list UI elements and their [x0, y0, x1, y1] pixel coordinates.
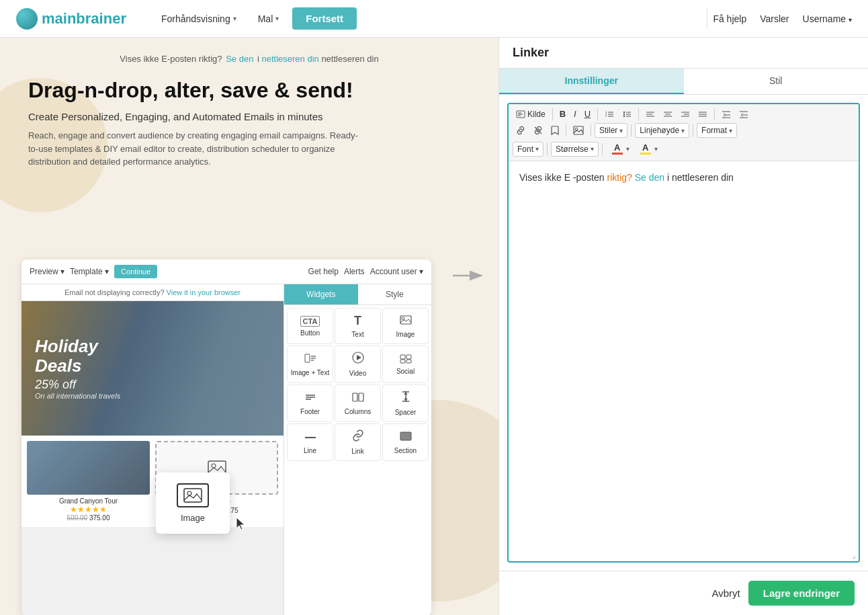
editor-content-area[interactable]: Vises ikke E -posten riktig? Se den i ne… [509, 161, 859, 549]
editor-preview-text: Vises ikke E -posten riktig? Se den i ne… [519, 172, 848, 183]
toolbar-ol-button[interactable]: 123 [601, 108, 617, 120]
mini-product-1-image [27, 441, 150, 495]
continue-button[interactable]: Fortsett [292, 7, 357, 30]
toolbar-ul-button[interactable] [619, 108, 635, 120]
arrow-indicator [451, 265, 485, 285]
widget-text[interactable]: T Text [335, 308, 381, 344]
svg-point-41 [623, 113, 625, 114]
mini-banner-link[interactable]: View it in your browser [167, 288, 241, 296]
editor-toolbar: Kilde B I U 123 [509, 104, 859, 161]
holiday-title: HolidayDeals [35, 337, 98, 375]
text-icon: T [354, 314, 361, 328]
mini-user: Account user ▾ [370, 267, 423, 276]
toolbar-unlink-button[interactable] [530, 124, 546, 137]
mini-screenshot: Preview ▾ Template ▾ Continue Get help A… [21, 259, 431, 615]
indent-icon [722, 110, 731, 118]
toolbar-align-left[interactable] [642, 108, 658, 120]
help-link[interactable]: Få hjelp [713, 13, 746, 24]
linjehøyde-dropdown[interactable]: Linjehøyde ▾ [635, 123, 689, 138]
editor-preview-link[interactable]: Se den [635, 172, 664, 183]
svg-point-40 [623, 111, 625, 112]
toolbar-row-2: Stiler ▾ Linjehøyde ▾ Format ▾ [513, 123, 855, 138]
toolbar-link-button[interactable] [513, 124, 529, 137]
banner-link1[interactable]: Se den [226, 54, 253, 64]
image-widget-popup[interactable]: Image [156, 473, 230, 534]
banner-link2[interactable]: nettleseren din [261, 54, 318, 64]
editor-resize-handle[interactable]: ⌟ [509, 549, 859, 561]
toolbar-indent-button[interactable] [718, 108, 734, 120]
widget-link[interactable]: Link [335, 423, 381, 461]
toolbar-separator [552, 108, 553, 120]
main-nav: Forhåndsvisning ▾ Mal ▾ Fortsett [153, 7, 701, 30]
mini-header: Preview ▾ Template ▾ Continue Get help A… [21, 259, 431, 284]
widget-image-text[interactable]: Image + Text [287, 345, 333, 383]
logo-icon [16, 8, 38, 30]
mini-alerts: Alerts [344, 267, 365, 276]
toolbar-outdent-button[interactable] [736, 108, 752, 120]
toolbar-highlight-color-button[interactable]: A ▾ [634, 140, 661, 158]
source-icon [516, 110, 525, 118]
widget-line[interactable]: Line [287, 423, 333, 461]
chevron-down-icon: ▾ [626, 145, 630, 153]
svg-point-7 [402, 317, 404, 320]
widget-footer[interactable]: Footer [287, 384, 333, 422]
widget-section[interactable]: Section [382, 423, 429, 461]
widget-spacer[interactable]: Spacer [382, 384, 429, 422]
mini-help: Get help [308, 267, 339, 276]
mini-continue-button[interactable]: Continue [114, 265, 157, 278]
line-icon [304, 430, 316, 444]
mini-widgets-sidebar: Widgets Style CTA Button T Text [284, 284, 431, 615]
image-icon [400, 314, 412, 328]
header-divider [707, 9, 707, 29]
right-panel-title: Linker [499, 38, 868, 69]
tab-innstillinger[interactable]: Innstillinger [499, 69, 684, 94]
footer-icon [304, 391, 316, 405]
save-button[interactable]: Lagre endringer [748, 581, 855, 606]
toolbar-bold-button[interactable]: B [556, 107, 569, 121]
toolbar-separator-5 [566, 124, 566, 136]
cancel-button[interactable]: Avbryt [712, 587, 740, 599]
right-panel-tabs: Innstillinger Stil [499, 69, 868, 95]
align-left-icon [646, 110, 655, 118]
widget-image[interactable]: Image [382, 308, 429, 344]
toolbar-align-right[interactable] [677, 108, 693, 120]
toolbar-separator-6 [591, 124, 591, 136]
chevron-down-icon: ▾ [535, 145, 539, 153]
widget-social[interactable]: Social [382, 345, 429, 383]
font-dropdown[interactable]: Font ▾ [513, 142, 544, 157]
chevron-down-icon: ▾ [591, 145, 594, 153]
toolbar-source-button[interactable]: Kilde [513, 108, 549, 121]
user-menu[interactable]: Username ▾ [803, 13, 852, 24]
holiday-image: HolidayDeals 25% off On all internationa… [21, 301, 284, 436]
logo[interactable]: mainbrainer [16, 8, 126, 30]
nav-preview[interactable]: Forhåndsvisning ▾ [153, 9, 245, 28]
widget-video[interactable]: Video [335, 345, 381, 383]
toolbar-bookmark-button[interactable] [548, 124, 562, 137]
widget-columns[interactable]: Columns [335, 384, 381, 422]
toolbar-row-1: Kilde B I U 123 [513, 107, 855, 121]
svg-rect-4 [184, 489, 202, 502]
tab-stil[interactable]: Stil [684, 69, 869, 94]
image-text-icon [304, 352, 316, 366]
toolbar-align-center[interactable] [660, 108, 676, 120]
size-dropdown[interactable]: Størrelse ▾ [551, 142, 599, 157]
widget-button[interactable]: CTA Button [287, 308, 333, 344]
nav-template[interactable]: Mal ▾ [250, 9, 288, 28]
svg-rect-17 [406, 360, 411, 363]
mini-tab-style[interactable]: Style [358, 284, 432, 304]
holiday-subtitle: On all international travels [35, 392, 120, 400]
toolbar-align-justify[interactable] [695, 108, 711, 120]
format-dropdown[interactable]: Format ▾ [697, 123, 737, 138]
toolbar-font-color-button[interactable]: A ▾ [606, 140, 633, 158]
alerts-link[interactable]: Varsler [760, 13, 789, 24]
mini-tab-widgets[interactable]: Widgets [284, 284, 358, 304]
toolbar-image-button[interactable] [570, 124, 587, 137]
align-justify-icon [698, 110, 707, 118]
align-center-icon [663, 110, 672, 118]
svg-text:3: 3 [605, 114, 607, 118]
stiler-dropdown[interactable]: Stiler ▾ [595, 123, 627, 138]
hero-description: Reach, engage and convert audience by cr… [28, 129, 364, 169]
toolbar-underline-button[interactable]: U [581, 107, 594, 121]
toolbar-italic-button[interactable]: I [570, 107, 580, 121]
unlink-icon [533, 126, 543, 135]
